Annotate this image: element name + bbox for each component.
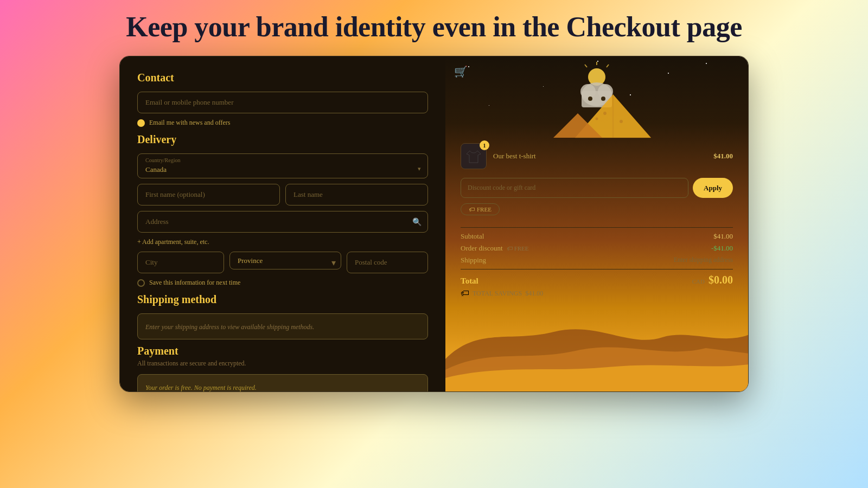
svg-point-14: [603, 112, 607, 115]
svg-line-3: [585, 65, 587, 67]
news-radio-dot[interactable]: [137, 119, 145, 127]
page-title: Keep your brand identity even in the Che…: [126, 11, 742, 43]
product-price: $41.00: [713, 152, 733, 160]
shipping-line: Shipping Enter shipping address: [461, 256, 733, 265]
address-wrapper: 🔍: [137, 211, 428, 233]
save-info-radio-row: Save this information for next time: [137, 279, 428, 287]
mountains-illustration: [445, 62, 748, 146]
product-row: 1 Our best t-shirt $41.00: [461, 143, 733, 169]
checkout-container: Contact Email me with news and offers De…: [119, 56, 749, 392]
shipping-line-value: Enter shipping address: [674, 256, 733, 265]
search-icon: 🔍: [412, 217, 422, 227]
product-left: 1 Our best t-shirt: [461, 143, 536, 169]
free-badge-text: FREE: [477, 206, 492, 213]
total-line: Total CAD $0.00: [461, 274, 733, 286]
total-divider: [461, 269, 733, 269]
shipping-section: Shipping method Enter your shipping addr…: [137, 293, 428, 339]
savings-icon: 🏷: [461, 288, 469, 298]
shipping-line-label: Shipping: [461, 256, 486, 265]
total-value-area: CAD $0.00: [692, 274, 733, 286]
total-currency: CAD: [692, 278, 705, 285]
first-name-input[interactable]: [137, 184, 280, 206]
summary-divider: [461, 227, 733, 228]
svg-point-9: [601, 97, 605, 101]
discount-line-label: Order discount 🏷 FREE: [461, 244, 529, 253]
right-panel: 🛒: [445, 56, 748, 391]
discount-input[interactable]: [461, 178, 688, 198]
contact-section: Contact Email me with news and offers: [137, 72, 428, 127]
discount-value: -$41.00: [711, 244, 733, 253]
savings-value: $41.00: [525, 290, 543, 298]
tag-icon: 🏷: [469, 206, 475, 213]
tshirt-icon: [465, 149, 482, 164]
svg-line-2: [607, 65, 609, 67]
savings-line: 🏷 TOTAL SAVINGS $41.00: [461, 288, 733, 298]
email-wrapper: [137, 92, 428, 113]
product-thumbnail: 1: [461, 143, 487, 169]
city-province-postal-row: Province ▾: [137, 252, 428, 273]
city-input[interactable]: [137, 252, 224, 273]
discount-tag: 🏷 FREE: [507, 245, 529, 252]
discount-line: Order discount 🏷 FREE -$41.00: [461, 244, 733, 253]
news-radio-row: Email me with news and offers: [137, 119, 428, 127]
apply-button[interactable]: Apply: [693, 178, 733, 198]
subtotal-label: Subtotal: [461, 232, 484, 241]
add-apt-link[interactable]: + Add apartment, suite, etc.: [137, 238, 428, 246]
discount-row: Apply: [461, 178, 733, 198]
save-info-radio-dot[interactable]: [137, 279, 145, 287]
address-input[interactable]: [137, 211, 428, 233]
country-label: Country/Region: [138, 154, 427, 163]
payment-title: Payment: [137, 345, 428, 357]
left-panel: Contact Email me with news and offers De…: [120, 56, 445, 391]
delivery-section: Delivery Country/Region Canada ▾ 🔍 + Add: [137, 133, 428, 287]
email-input[interactable]: [137, 92, 428, 113]
svg-point-15: [620, 120, 623, 123]
product-quantity-badge: 1: [480, 140, 489, 150]
province-select[interactable]: Province: [229, 252, 341, 269]
mountains-svg: [542, 62, 651, 146]
svg-point-16: [596, 118, 598, 120]
desert-svg: [445, 283, 748, 391]
order-summary: 1 Our best t-shirt $41.00 Apply 🏷 FREE S…: [445, 143, 748, 298]
country-select-wrapper: Country/Region Canada ▾: [137, 153, 428, 178]
last-name-input[interactable]: [285, 184, 428, 206]
shipping-title: Shipping method: [137, 293, 428, 306]
province-wrapper: Province ▾: [229, 252, 341, 273]
savings-label: TOTAL SAVINGS: [473, 290, 522, 298]
payment-free-text: Your order is free. No payment is requir…: [145, 384, 257, 391]
payment-section: Payment All transactions are secure and …: [137, 345, 428, 391]
svg-point-8: [588, 97, 592, 101]
product-name: Our best t-shirt: [493, 152, 536, 160]
free-badge: 🏷 FREE: [461, 203, 500, 215]
subtotal-line: Subtotal $41.00: [461, 232, 733, 241]
total-label: Total: [461, 277, 478, 286]
news-radio-label: Email me with news and offers: [149, 119, 230, 127]
subtotal-value: $41.00: [713, 232, 733, 241]
shipping-info-text: Enter your shipping address to view avai…: [145, 323, 314, 331]
delivery-title: Delivery: [137, 133, 428, 146]
postal-input[interactable]: [347, 252, 428, 273]
total-value: $0.00: [709, 274, 733, 286]
payment-subtitle: All transactions are secure and encrypte…: [137, 359, 428, 368]
country-select[interactable]: Canada: [138, 163, 427, 178]
name-row: [137, 184, 428, 206]
payment-free-box: Your order is free. No payment is requir…: [137, 374, 428, 391]
shipping-info-box: Enter your shipping address to view avai…: [137, 313, 428, 339]
desert-bottom: [445, 283, 748, 391]
contact-title: Contact: [137, 72, 428, 84]
chevron-down-icon: ▾: [418, 165, 421, 172]
save-info-label: Save this information for next time: [149, 279, 240, 287]
